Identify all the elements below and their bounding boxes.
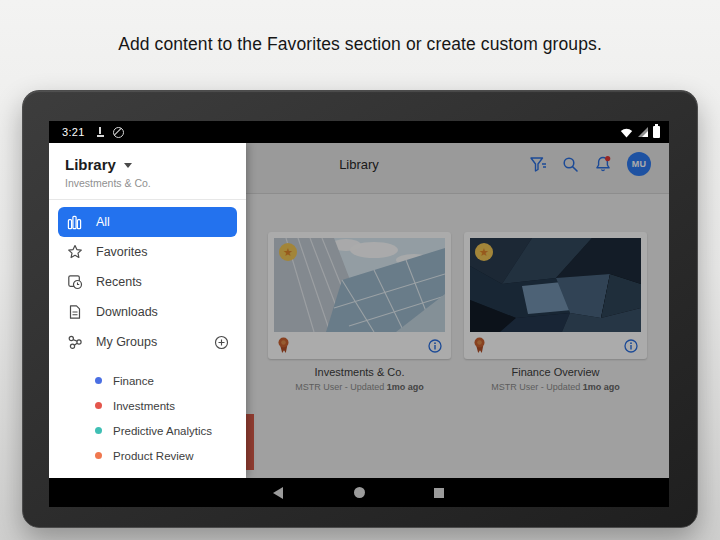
library-icon xyxy=(66,214,83,231)
battery-icon xyxy=(653,126,660,138)
sidebar-item-label: Downloads xyxy=(96,305,158,319)
environment-name: Investments & Co. xyxy=(65,177,230,189)
group-label: Finance xyxy=(113,375,154,387)
star-icon xyxy=(66,244,83,261)
document-icon xyxy=(66,304,83,321)
sidebar-item-label: Favorites xyxy=(96,245,147,259)
dock-icon xyxy=(96,127,105,137)
sidebar-item-downloads[interactable]: Downloads xyxy=(58,297,237,327)
sidebar-item-label: My Groups xyxy=(96,335,157,349)
group-color-dot xyxy=(95,452,102,459)
groups-icon xyxy=(66,334,83,351)
sidebar-item-recents[interactable]: Recents xyxy=(58,267,237,297)
group-item-product-review[interactable]: Product Review xyxy=(49,443,246,468)
group-color-dot xyxy=(95,402,102,409)
wifi-icon xyxy=(620,127,633,138)
add-circle-icon xyxy=(214,335,229,350)
group-label: Predictive Analytics xyxy=(113,425,212,437)
sidebar-item-favorites[interactable]: Favorites xyxy=(58,237,237,267)
sidebar-item-all[interactable]: All xyxy=(58,207,237,237)
tutorial-caption: Add content to the Favorites section or … xyxy=(0,34,720,55)
group-item-predictive-analytics[interactable]: Predictive Analytics xyxy=(49,418,246,443)
back-icon[interactable] xyxy=(273,487,283,499)
group-label: Product Review xyxy=(113,450,194,462)
status-time: 3:21 xyxy=(62,126,85,138)
library-sidebar: Library Investments & Co. All Fav xyxy=(49,143,246,478)
no-signal-icon xyxy=(113,127,124,138)
sidebar-item-label: Recents xyxy=(96,275,142,289)
chevron-down-icon xyxy=(124,163,132,168)
group-color-dot xyxy=(95,427,102,434)
android-nav-bar xyxy=(49,478,669,507)
divider xyxy=(49,199,246,200)
library-switcher[interactable]: Library xyxy=(65,156,230,173)
cell-signal-icon xyxy=(637,127,649,138)
home-icon[interactable] xyxy=(354,487,365,498)
tablet-screen: 3:21 Library xyxy=(49,121,669,507)
tablet-frame: 3:21 Library xyxy=(22,90,698,528)
sidebar-item-my-groups[interactable]: My Groups xyxy=(58,327,237,357)
recents-icon xyxy=(66,274,83,291)
group-color-dot xyxy=(95,377,102,384)
status-bar: 3:21 xyxy=(49,121,669,143)
group-label: Investments xyxy=(113,400,175,412)
group-item-investments[interactable]: Investments xyxy=(49,393,246,418)
sidebar-title: Library xyxy=(65,156,116,173)
group-item-finance[interactable]: Finance xyxy=(49,368,246,393)
add-group-button[interactable] xyxy=(214,335,229,350)
sidebar-item-label: All xyxy=(96,215,110,229)
recent-apps-icon[interactable] xyxy=(434,488,444,498)
